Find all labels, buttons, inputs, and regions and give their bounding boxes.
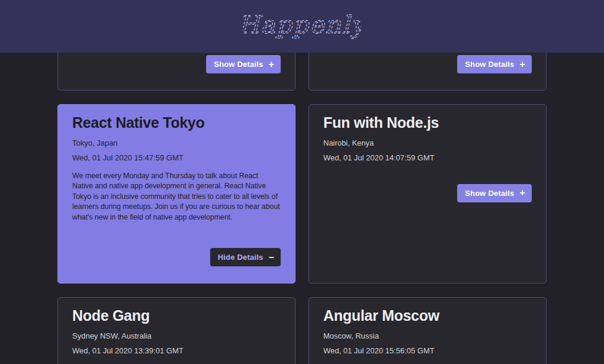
plus-icon: + <box>519 60 525 69</box>
show-details-label: Show Details <box>214 60 263 69</box>
app-header: Happenly <box>0 0 604 53</box>
minus-icon: − <box>268 253 274 262</box>
event-title: React Native Tokyo <box>72 113 281 133</box>
event-description: We meet every Monday and Thursday to tal… <box>72 171 281 223</box>
happenly-logo-text: Happenly <box>243 11 361 39</box>
event-location: Nairobi, Kenya <box>323 138 532 148</box>
card-actions: Show Details + <box>72 55 281 73</box>
event-date: Wed, 01 Jul 2020 15:56:05 GMT <box>323 346 532 356</box>
happenly-logo: Happenly <box>243 8 361 45</box>
show-details-button[interactable]: Show Details + <box>206 55 281 73</box>
event-title: Node Gang <box>72 306 281 326</box>
event-title: Angular Moscow <box>323 306 532 326</box>
event-date: Wed, 01 Jul 2020 14:07:59 GMT <box>323 153 532 163</box>
event-card-angular-moscow: Angular Moscow Moscow, Russia Wed, 01 Ju… <box>309 297 547 364</box>
show-details-label: Show Details <box>465 189 514 198</box>
hide-details-button[interactable]: Hide Details − <box>210 248 281 266</box>
show-details-label: Show Details <box>465 60 514 69</box>
happenly-app: Show Details + Show Details + React Nati… <box>0 0 604 364</box>
hide-details-label: Hide Details <box>218 253 264 262</box>
event-location: Moscow, Russia <box>323 331 532 341</box>
event-card-fun-with-nodejs: Fun with Node.js Nairobi, Kenya Wed, 01 … <box>309 104 547 284</box>
show-details-button[interactable]: Show Details + <box>457 55 532 73</box>
event-title: Fun with Node.js <box>323 113 532 133</box>
card-actions: Show Details + <box>323 184 532 202</box>
event-location: Sydney NSW, Australia <box>72 331 281 341</box>
event-card-grid: Show Details + Show Details + React Nati… <box>57 0 547 364</box>
card-actions: Hide Details − <box>72 248 281 266</box>
event-card-react-native-tokyo: React Native Tokyo Tokyo, Japan Wed, 01 … <box>57 104 295 284</box>
event-date: Wed, 01 Jul 2020 15:47:59 GMT <box>72 153 281 163</box>
plus-icon: + <box>268 60 274 69</box>
event-location: Tokyo, Japan <box>72 138 281 148</box>
event-card-node-gang: Node Gang Sydney NSW, Australia Wed, 01 … <box>57 297 295 364</box>
card-actions: Show Details + <box>323 55 532 73</box>
event-date: Wed, 01 Jul 2020 13:39:01 GMT <box>72 346 281 356</box>
plus-icon: + <box>519 188 525 198</box>
show-details-button[interactable]: Show Details + <box>457 184 532 202</box>
